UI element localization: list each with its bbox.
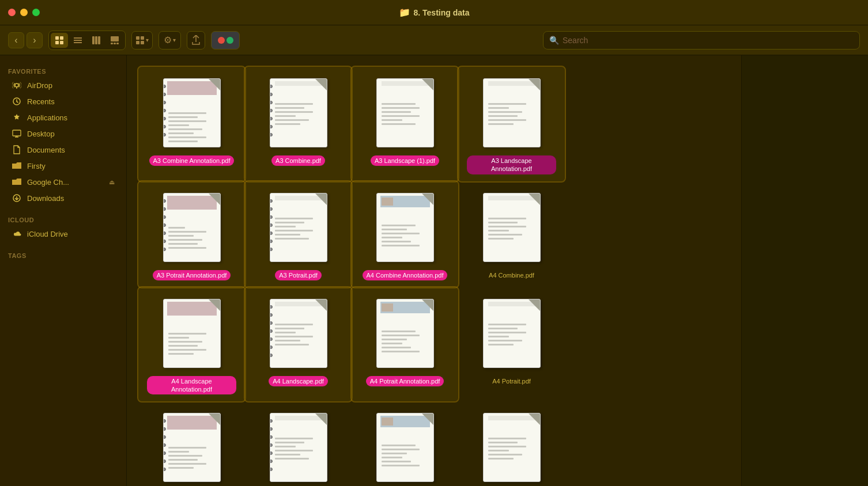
airdrop-icon (12, 80, 22, 90)
gear-button[interactable]: ⚙ ▾ (158, 31, 181, 50)
minimize-button[interactable] (20, 9, 28, 16)
applications-icon (12, 112, 22, 123)
downloads-icon (12, 193, 22, 203)
sidebar-item-desktop[interactable]: Desktop (3, 126, 123, 142)
search-input[interactable] (563, 36, 854, 45)
view-columns-button[interactable] (88, 33, 105, 48)
pdf-thumbnail (163, 78, 221, 147)
file-item[interactable]: A5 Landscape.pdf (458, 401, 565, 486)
favorites-label: Favorites (0, 63, 126, 77)
file-item[interactable]: A4 Combine.pdf (458, 181, 565, 287)
svg-rect-6 (74, 42, 82, 43)
svg-point-18 (15, 83, 18, 87)
icloud-drive-icon (12, 229, 22, 239)
svg-rect-11 (111, 43, 113, 44)
recents-icon (12, 96, 22, 107)
icloud-label: iCloud (0, 212, 126, 226)
pdf-thumbnail (376, 193, 434, 262)
forward-button[interactable]: › (27, 32, 43, 48)
spiral (163, 199, 166, 251)
file-thumbnail (154, 73, 229, 153)
sidebar-google-label: Google Ch... (27, 178, 104, 187)
back-button[interactable]: ‹ (8, 32, 24, 48)
file-item[interactable]: A3 Landscape (1).pdf (352, 67, 458, 181)
svg-rect-15 (141, 36, 144, 40)
file-item[interactable]: A4 Landscape.pdf (245, 287, 352, 402)
file-label: A4 Combine Annotation.pdf (363, 270, 448, 280)
pdf-thumbnail (376, 78, 434, 147)
documents-icon (12, 145, 22, 155)
sidebar-desktop-label: Desktop (27, 130, 115, 138)
search-bar[interactable]: 🔍 (543, 31, 860, 50)
file-item[interactable]: A4 Potrait.pdf (458, 287, 565, 402)
pdf-thumbnail (483, 299, 541, 368)
svg-rect-5 (74, 40, 82, 41)
sidebar-recents-label: Recents (27, 97, 115, 106)
spiral (270, 199, 273, 251)
pdf-thumbnail (483, 413, 541, 482)
file-label: A4 Potrait.pdf (488, 376, 535, 386)
file-item[interactable]: A3 Combine.pdf (245, 67, 352, 181)
sidebar-item-applications[interactable]: Applications (3, 109, 123, 126)
pdf-thumbnail (483, 193, 541, 262)
sidebar-item-documents[interactable]: Documents (3, 142, 123, 158)
svg-rect-20 (13, 130, 21, 136)
view-gallery-button[interactable] (106, 33, 123, 48)
sidebar-item-icloud-drive[interactable]: iCloud Drive (3, 226, 123, 242)
file-item[interactable]: A3 Landscape Annotation.pdf (458, 67, 565, 181)
spiral (270, 419, 273, 471)
file-area[interactable]: A3 Combine Annotation.pdf A3 Combine.pdf (127, 55, 741, 486)
sort-dropdown[interactable]: ▾ (131, 31, 153, 50)
file-item[interactable]: A3 Potrait Annotation.pdf (138, 181, 245, 287)
sidebar-downloads-label: Downloads (27, 194, 115, 203)
file-item[interactable]: A5 Combine Annotation.pdf (138, 401, 245, 486)
file-item[interactable]: A3 Combine Annotation.pdf (138, 67, 245, 181)
sidebar: Favorites AirDrop R (0, 55, 127, 486)
pdf-thumbnail (163, 299, 221, 368)
file-item[interactable]: A5 Combine.pdf (245, 401, 352, 486)
view-icon-button[interactable] (51, 33, 68, 48)
file-label: A3 Landscape (1).pdf (371, 155, 439, 166)
toolbar: ‹ › (0, 25, 868, 55)
file-label: A3 Potrait.pdf (275, 270, 322, 280)
main-content: Favorites AirDrop R (0, 55, 868, 486)
titlebar: 📁 8. Testing data (0, 0, 868, 25)
maximize-button[interactable] (32, 9, 40, 16)
desktop-icon (12, 128, 22, 139)
file-label: A3 Landscape Annotation.pdf (467, 155, 556, 174)
red-tag (218, 37, 225, 44)
window-controls (8, 9, 40, 16)
svg-rect-0 (55, 36, 59, 40)
file-thumbnail (474, 73, 549, 153)
svg-rect-12 (114, 43, 116, 44)
file-item[interactable]: A4 Combine Annotation.pdf (352, 181, 458, 287)
spiral (270, 305, 273, 357)
sidebar-item-airdrop[interactable]: AirDrop (3, 77, 123, 93)
pdf-thumbnail (376, 413, 434, 482)
file-item[interactable]: A5 Landscape Annotation.pdf (352, 401, 458, 486)
svg-rect-7 (92, 36, 95, 44)
sidebar-firsty-label: Firsty (27, 162, 115, 170)
sidebar-item-firsty[interactable]: Firsty (3, 158, 123, 174)
file-item[interactable]: A4 Potrait Annotation.pdf (352, 287, 458, 402)
share-button[interactable] (187, 31, 205, 50)
sidebar-item-google-ch[interactable]: Google Ch... ⏏ (3, 174, 123, 190)
file-thumbnail (261, 73, 336, 153)
svg-rect-10 (111, 36, 119, 41)
svg-rect-1 (60, 36, 63, 40)
pdf-thumbnail (270, 78, 327, 147)
file-thumbnail (154, 407, 229, 486)
file-item[interactable]: A4 Landscape Annotation.pdf (138, 287, 245, 402)
file-item[interactable]: A3 Potrait.pdf (245, 181, 352, 287)
svg-rect-4 (74, 37, 82, 39)
svg-rect-3 (60, 41, 63, 44)
spiral (270, 85, 273, 136)
file-label: A3 Combine.pdf (271, 155, 325, 166)
svg-rect-16 (136, 41, 139, 44)
tag-button[interactable] (211, 31, 240, 50)
sidebar-documents-label: Documents (27, 146, 115, 154)
view-list-button[interactable] (69, 33, 86, 48)
sidebar-item-downloads[interactable]: Downloads (3, 190, 123, 206)
sidebar-item-recents[interactable]: Recents (3, 93, 123, 109)
close-button[interactable] (8, 9, 16, 16)
